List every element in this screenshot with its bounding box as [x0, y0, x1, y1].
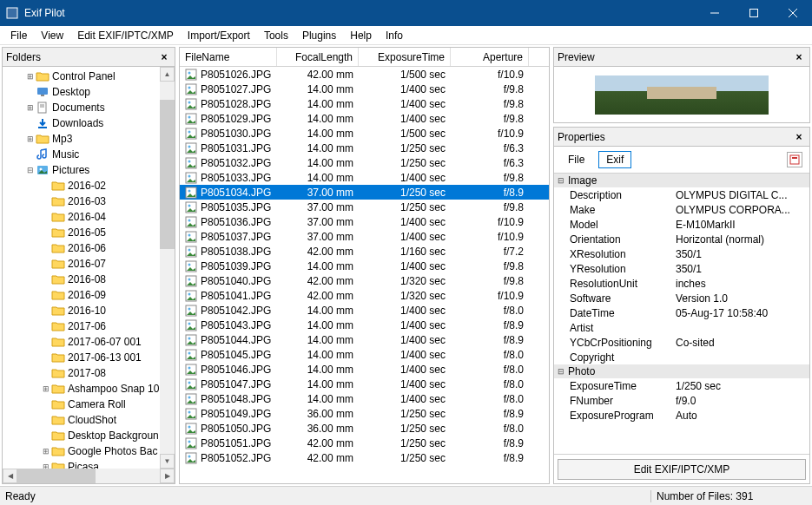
property-row[interactable]: Copyright	[554, 350, 809, 364]
preview-panel-close[interactable]: ×	[792, 50, 806, 64]
file-row[interactable]: P8051049.JPG36.00 mm1/250 secf/8.9	[180, 406, 549, 421]
tree-item[interactable]: 2016-03	[3, 193, 175, 209]
menu-plugins[interactable]: Plugins	[295, 28, 343, 43]
expand-icon[interactable]: ⊞	[41, 384, 51, 393]
file-row[interactable]: P8051037.JPG37.00 mm1/400 secf/10.9	[180, 229, 549, 244]
tree-item[interactable]: Desktop Backgroun	[3, 428, 175, 443]
menu-view[interactable]: View	[34, 28, 70, 43]
file-row[interactable]: P8051032.JPG14.00 mm1/250 secf/6.3	[180, 155, 549, 170]
property-row[interactable]: DateTime05-Aug-17 10:58:40	[554, 305, 809, 320]
property-group[interactable]: ⊟Photo	[554, 364, 809, 378]
tree-item[interactable]: 2016-09	[3, 287, 175, 303]
file-row[interactable]: P8051031.JPG14.00 mm1/250 secf/6.3	[180, 141, 549, 155]
property-row[interactable]: ResolutionUnitinches	[554, 276, 809, 291]
file-row[interactable]: P8051046.JPG14.00 mm1/400 secf/8.0	[180, 362, 549, 377]
file-row[interactable]: P8051039.JPG14.00 mm1/400 secf/9.8	[180, 259, 549, 273]
tree-item[interactable]: 2017-08	[3, 365, 175, 381]
expand-icon[interactable]: ⊞	[25, 134, 36, 143]
tree-item[interactable]: Downloads	[3, 115, 175, 131]
tree-item[interactable]: 2017-06-07 001	[3, 334, 175, 350]
tree-item[interactable]: ⊞Ashampoo Snap 10	[3, 381, 175, 397]
folders-panel-close[interactable]: ×	[157, 50, 171, 64]
edit-exif-button[interactable]: Edit EXIF/IPTC/XMP	[558, 459, 806, 480]
file-row[interactable]: P8051040.JPG42.00 mm1/320 secf/9.8	[180, 273, 549, 288]
tree-item[interactable]: Music	[3, 147, 175, 162]
tree-item[interactable]: 2016-04	[3, 209, 175, 225]
expand-icon[interactable]: ⊞	[41, 462, 51, 469]
file-row[interactable]: P8051048.JPG14.00 mm1/400 secf/8.0	[180, 391, 549, 406]
tree-item[interactable]: ⊟Pictures	[3, 162, 175, 178]
menu-help[interactable]: Help	[343, 28, 379, 43]
tree-item[interactable]: CloudShot	[3, 412, 175, 428]
property-row[interactable]: DescriptionOLYMPUS DIGITAL C...	[554, 187, 809, 202]
file-row[interactable]: P8051042.JPG14.00 mm1/400 secf/8.0	[180, 303, 549, 318]
property-row[interactable]: YCbCrPositioningCo-sited	[554, 335, 809, 350]
tree-item[interactable]: 2016-07	[3, 256, 175, 272]
file-row[interactable]: P8051028.JPG14.00 mm1/400 secf/9.8	[180, 96, 549, 111]
expand-icon[interactable]: ⊞	[41, 447, 51, 456]
file-row[interactable]: P8051045.JPG14.00 mm1/400 secf/8.0	[180, 347, 549, 362]
scroll-up-button[interactable]: ▲	[160, 67, 175, 82]
properties-list[interactable]: ⊟ImageDescriptionOLYMPUS DIGITAL C...Mak…	[554, 173, 809, 454]
file-row[interactable]: P8051044.JPG14.00 mm1/400 secf/8.9	[180, 332, 549, 347]
tree-item[interactable]: ⊞Picasa	[3, 459, 175, 469]
scroll-right-button[interactable]: ▶	[160, 469, 175, 483]
tree-item[interactable]: ⊞Control Panel	[3, 69, 175, 84]
scroll-down-button[interactable]: ▼	[160, 454, 175, 469]
property-row[interactable]: YResolution350/1	[554, 261, 809, 276]
property-row[interactable]: Artist	[554, 320, 809, 335]
tree-item[interactable]: 2016-10	[3, 303, 175, 318]
menu-info[interactable]: Info	[379, 28, 410, 43]
menu-import-export[interactable]: Import/Export	[181, 28, 257, 43]
close-button[interactable]	[773, 0, 812, 26]
file-row[interactable]: P8051027.JPG14.00 mm1/400 secf/9.8	[180, 82, 549, 96]
file-row[interactable]: P8051038.JPG42.00 mm1/160 secf/7.2	[180, 244, 549, 259]
expand-icon[interactable]: ⊞	[25, 72, 36, 81]
file-row[interactable]: P8051034.JPG37.00 mm1/250 secf/8.9	[180, 185, 549, 200]
menu-edit-exif-iptc-xmp[interactable]: Edit EXIF/IPTC/XMP	[70, 28, 181, 43]
scroll-thumb-h[interactable]	[17, 469, 96, 483]
column-header-filename[interactable]: FileName	[180, 48, 277, 66]
property-group[interactable]: ⊟Image	[554, 174, 809, 187]
tree-item[interactable]: ⊞Google Photos Bac	[3, 443, 175, 459]
property-row[interactable]: SoftwareVersion 1.0	[554, 291, 809, 305]
expand-icon[interactable]: ⊞	[25, 103, 36, 112]
maximize-button[interactable]	[734, 0, 773, 26]
file-row[interactable]: P8051043.JPG14.00 mm1/400 secf/8.9	[180, 318, 549, 332]
property-row[interactable]: ModelE-M10MarkII	[554, 217, 809, 232]
tree-scrollbar-h[interactable]: ◀ ▶	[3, 469, 175, 483]
file-row[interactable]: P8051030.JPG14.00 mm1/500 secf/10.9	[180, 126, 549, 141]
property-row[interactable]: MakeOLYMPUS CORPORA...	[554, 202, 809, 217]
tree-item[interactable]: Desktop	[3, 84, 175, 100]
tab-file[interactable]: File	[561, 152, 591, 167]
scroll-thumb[interactable]	[160, 100, 175, 249]
file-row[interactable]: P8051033.JPG14.00 mm1/400 secf/9.8	[180, 170, 549, 185]
minimize-button[interactable]	[695, 0, 734, 26]
file-row[interactable]: P8051029.JPG14.00 mm1/400 secf/9.8	[180, 111, 549, 126]
property-row[interactable]: ExposureProgramAuto	[554, 408, 809, 423]
collapse-icon[interactable]: ⊟	[558, 367, 568, 376]
tree-item[interactable]: 2017-06	[3, 318, 175, 334]
file-row[interactable]: P8051026.JPG42.00 mm1/500 secf/10.9	[180, 67, 549, 82]
file-row[interactable]: P8051036.JPG37.00 mm1/400 secf/10.9	[180, 214, 549, 229]
column-header-focallength[interactable]: FocalLength	[277, 48, 359, 66]
grid-body[interactable]: P8051026.JPG42.00 mm1/500 secf/10.9P8051…	[180, 67, 549, 483]
file-row[interactable]: P8051050.JPG36.00 mm1/250 secf/8.0	[180, 421, 549, 436]
tree-scrollbar-v[interactable]: ▲ ▼	[160, 67, 175, 469]
tab-exif[interactable]: Exif	[598, 151, 631, 168]
tree-item[interactable]: 2016-06	[3, 240, 175, 256]
column-header-exposuretime[interactable]: ExposureTime	[359, 48, 451, 66]
file-row[interactable]: P8051047.JPG14.00 mm1/400 secf/8.0	[180, 377, 549, 391]
collapse-icon[interactable]: ⊟	[558, 176, 568, 185]
tree-item[interactable]: 2016-05	[3, 225, 175, 240]
property-row[interactable]: OrientationHorizontal (normal)	[554, 232, 809, 246]
properties-panel-close[interactable]: ×	[792, 130, 806, 144]
file-row[interactable]: P8051035.JPG37.00 mm1/250 secf/9.8	[180, 200, 549, 214]
properties-options-button[interactable]	[787, 152, 802, 167]
file-row[interactable]: P8051041.JPG42.00 mm1/320 secf/10.9	[180, 288, 549, 303]
property-row[interactable]: ExposureTime1/250 sec	[554, 378, 809, 393]
folder-tree[interactable]: ⊞Control PanelDesktop⊞DocumentsDownloads…	[3, 67, 175, 469]
tree-item[interactable]: Camera Roll	[3, 397, 175, 412]
collapse-icon[interactable]: ⊟	[25, 166, 36, 174]
property-row[interactable]: XResolution350/1	[554, 246, 809, 261]
